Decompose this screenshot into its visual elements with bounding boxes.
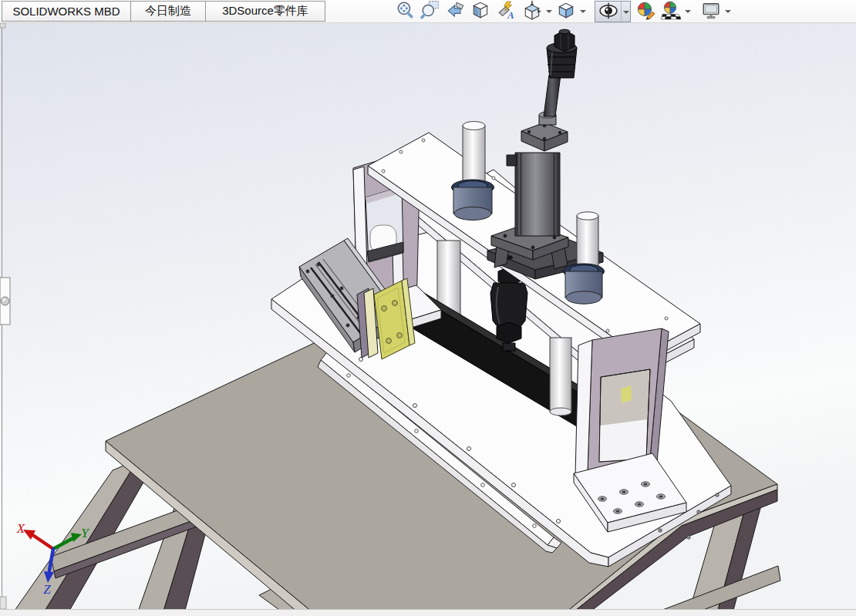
linear-bushing-rear[interactable] [452,180,494,220]
command-toolbar: SOLIDWORKS MBD 今日制造 3DSource零件库 [0,0,856,23]
tab-3dsource[interactable]: 3DSource零件库 [205,1,325,22]
orientation-cube-icon [522,0,542,23]
scene-ball-checker-icon [661,0,681,23]
eye-icon [598,1,618,24]
hide-show-items-dropdown[interactable] [621,2,630,23]
linear-bushing-front[interactable] [564,264,605,304]
panel-top-notch [0,23,5,28]
cut-cube-icon [471,0,491,23]
section-view-button[interactable] [468,1,494,22]
air-port[interactable] [507,155,517,166]
triad-z-label: Z [43,582,51,597]
model-scene[interactable]: X Y Z [0,23,856,609]
command-tabs: SOLIDWORKS MBD 今日制造 3DSource零件库 [2,1,325,22]
hide-show-items-button[interactable] [595,2,621,23]
tool-plate-glimpse [621,385,632,403]
color-ball-pencil-icon [635,0,655,23]
feature-tree-collapse-tab[interactable] [0,278,10,325]
back-arrow-magnifier-icon [446,0,466,23]
edit-appearance-button[interactable] [632,1,658,22]
solidworks-window: SOLIDWORKS MBD 今日制造 3DSource零件库 [0,0,856,616]
display-style-button[interactable] [553,1,578,22]
display-style-dropdown[interactable] [578,1,587,22]
zoom-to-fit-button[interactable] [392,1,417,22]
apply-scene-dropdown[interactable] [683,1,692,22]
heads-up-view-toolbar: A [392,0,732,23]
hide-show-items-group [595,1,631,22]
triad-x-label: X [16,521,25,536]
shaded-cube-icon [556,0,576,23]
view-orientation-button[interactable] [519,1,544,22]
view-settings-button[interactable] [698,1,723,22]
dynamic-annotation-views-button[interactable]: A [494,1,519,22]
panel-bottom-notch[interactable] [0,597,6,609]
svg-text:A: A [507,9,514,20]
tab-jinri-zhizao[interactable]: 今日制造 [130,1,206,22]
magnifier-arrows-icon [395,0,415,23]
graphics-area[interactable]: X Y Z [0,23,856,609]
monitor-icon [701,0,721,23]
tab-solidworks-mbd[interactable]: SOLIDWORKS MBD [2,1,131,22]
magnifier-marquee-icon [420,0,440,23]
previous-view-button[interactable] [443,1,468,22]
cylinder-barrel[interactable] [515,153,560,236]
triad-y-label: Y [81,526,89,540]
annotation-lightning-icon: A [497,0,517,23]
view-settings-dropdown[interactable] [723,1,732,22]
status-bar [0,609,856,616]
view-orientation-dropdown[interactable] [544,1,553,22]
zoom-to-area-button[interactable] [417,1,443,22]
guide-rod-lower-right[interactable] [550,338,571,416]
apply-scene-button[interactable] [658,1,683,22]
